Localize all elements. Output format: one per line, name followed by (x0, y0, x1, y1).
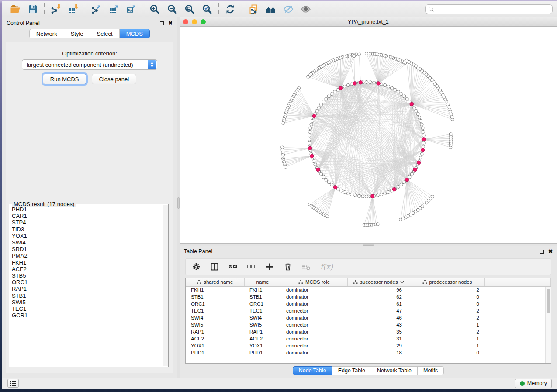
float-panel-icon[interactable] (160, 21, 164, 25)
table-row[interactable]: PHD1 PHD1 dominator 18 0 (186, 349, 551, 356)
zoom-out-button[interactable] (166, 3, 178, 15)
export-image-button[interactable] (126, 3, 137, 15)
import-table-button[interactable] (68, 3, 79, 15)
cell-name: TEC1 (244, 307, 281, 314)
mcds-result-list[interactable]: PHD1CAR1STP4TID3YOX1SWI4SRD1PMA2FKH1ACE2… (12, 206, 163, 366)
table-row[interactable]: ACE2 ACE2 connector 31 1 (186, 335, 551, 342)
first-neighbors-button[interactable] (265, 3, 277, 15)
mcds-result-item[interactable]: RAP1 (12, 285, 163, 292)
mcds-result-scrollbar[interactable] (163, 205, 168, 366)
close-panel-button[interactable]: Close panel (92, 74, 137, 84)
export-table-button[interactable] (108, 3, 120, 15)
open-button[interactable] (10, 3, 21, 15)
main-toolbar (2, 1, 557, 17)
table-row[interactable]: STB1 STB1 dominator 62 0 (186, 293, 551, 300)
delete-table-icon (302, 262, 311, 271)
table-row[interactable]: ORC1 ORC1 dominator 61 0 (186, 300, 551, 307)
splitter-grip[interactable] (363, 244, 374, 246)
close-panel-icon[interactable]: ✖ (548, 249, 553, 254)
network-graph[interactable] (180, 27, 557, 243)
settings-button[interactable] (192, 262, 201, 271)
scrollbar-thumb[interactable] (547, 289, 550, 313)
close-panel-icon[interactable]: ✖ (168, 21, 173, 26)
mcds-result-item[interactable]: ORC1 (12, 279, 163, 285)
column-header-predecessor-nodes[interactable]: predecessor nodes (410, 278, 484, 286)
tab-edge-table[interactable]: Edge Table (332, 366, 371, 375)
zoom-selected-button[interactable] (201, 3, 213, 15)
cell-name: RAP1 (244, 328, 281, 335)
tab-network-table[interactable]: Network Table (371, 366, 418, 375)
search-input[interactable] (425, 4, 553, 14)
apply-layout-button[interactable] (225, 3, 236, 15)
select-all-button[interactable] (228, 262, 237, 271)
toolbar-icon-groups (4, 3, 317, 15)
criterion-select[interactable]: largest connected component (undirected) (22, 59, 157, 70)
tab-network[interactable]: Network (29, 29, 64, 38)
show-all-button[interactable] (300, 3, 311, 15)
export-network-button[interactable] (91, 3, 102, 15)
column-header-shared-name[interactable]: shared name (186, 278, 244, 286)
mcds-result-item[interactable]: TID3 (12, 226, 163, 233)
cell-successor-nodes: 61 (347, 300, 410, 307)
mcds-result-item[interactable]: FKH1 (12, 259, 163, 266)
mcds-result-item[interactable]: ACE2 (12, 266, 163, 272)
mcds-result-item[interactable]: STB1 (12, 292, 163, 299)
mcds-result-item[interactable]: SRD1 (12, 246, 163, 252)
mcds-result-item[interactable]: SWI5 (12, 299, 163, 306)
float-panel-icon[interactable] (540, 250, 544, 254)
tab-select[interactable]: Select (90, 29, 120, 38)
cell-name: SWI5 (244, 321, 281, 328)
column-header-MCDS-role[interactable]: MCDS role (281, 278, 347, 286)
table-row[interactable]: TEC1 TEC1 connector 47 2 (186, 307, 551, 314)
column-label: successor nodes (360, 279, 398, 285)
table-row[interactable]: RAP1 RAP1 dominator 35 2 (186, 328, 551, 335)
column-label: name (256, 279, 269, 285)
mcds-result-item[interactable]: CAR1 (12, 213, 163, 219)
hide-selected-button[interactable] (283, 3, 294, 15)
mcds-result-item[interactable]: STB5 (12, 272, 163, 279)
tab-motifs[interactable]: Motifs (418, 366, 444, 375)
cell-name: ACE2 (244, 335, 281, 342)
import-network-button[interactable] (50, 3, 62, 15)
save-button[interactable] (27, 3, 38, 15)
network-canvas[interactable] (180, 27, 557, 243)
mcds-result-item[interactable]: PHD1 (12, 206, 163, 213)
table-row[interactable]: SWI5 SWI5 connector 43 1 (186, 321, 551, 328)
mcds-result-item[interactable]: YOX1 (12, 233, 163, 239)
mcds-result-item[interactable]: GCR1 (12, 312, 163, 319)
status-bar: Memory (2, 378, 557, 389)
cell-mcds-role: dominator (281, 314, 347, 321)
function-icon: f(x) (320, 262, 333, 271)
zoom-selected-icon (202, 4, 212, 14)
add-button[interactable] (265, 262, 274, 271)
mcds-result-item[interactable]: TEC1 (12, 306, 163, 312)
zoom-in-button[interactable] (149, 3, 160, 15)
deselect-all-button[interactable] (247, 262, 256, 271)
mcds-result-item[interactable]: SWI4 (12, 239, 163, 246)
mcds-result-item[interactable]: STP4 (12, 219, 163, 226)
table-panel-header: Table Panel ✖ (180, 246, 557, 257)
memory-button[interactable]: Memory (515, 379, 552, 388)
mcds-result-item[interactable]: PMA2 (12, 252, 163, 259)
right-area: YPA_prune.txt_1 Table Panel ✖ f(x) (180, 17, 557, 378)
cell-predecessor-nodes: 1 (410, 342, 484, 349)
tab-node-table[interactable]: Node Table (293, 366, 332, 375)
table-row[interactable]: FKH1 FKH1 dominator 96 2 (186, 286, 551, 293)
table-scrollbar[interactable] (545, 287, 551, 363)
table-row[interactable]: YOX1 YOX1 connector 29 1 (186, 342, 551, 349)
select-all-icon (228, 262, 237, 271)
new-network-from-selection-button[interactable] (248, 3, 259, 15)
columns-button[interactable] (210, 262, 219, 271)
horizontal-splitter[interactable] (180, 244, 557, 246)
column-header-successor-nodes[interactable]: successor nodes (347, 278, 410, 286)
table-row[interactable]: SWI4 SWI4 dominator 46 2 (186, 314, 551, 321)
run-mcds-button[interactable]: Run MCDS (43, 74, 86, 84)
task-history-button[interactable] (7, 379, 19, 388)
zoom-fit-button[interactable] (184, 3, 195, 15)
tab-mcds[interactable]: MCDS (120, 29, 150, 38)
cell-predecessor-nodes: 0 (410, 349, 484, 356)
column-header-name[interactable]: name (244, 278, 281, 286)
tab-style[interactable]: Style (64, 29, 90, 38)
control-panel-header: Control Panel ✖ (2, 17, 177, 29)
delete-button[interactable] (284, 262, 292, 271)
